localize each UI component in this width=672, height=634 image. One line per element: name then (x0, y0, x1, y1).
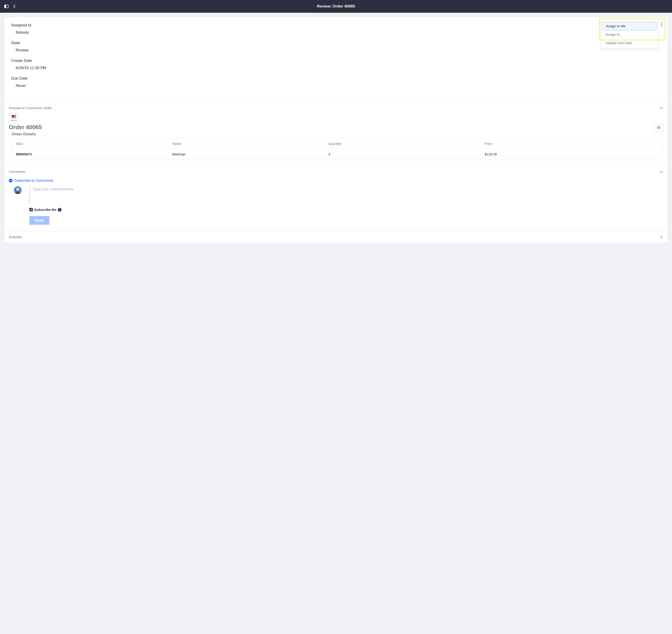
menu-item-assign-to[interactable]: Assign to... (601, 30, 657, 39)
preview-section-title: Preview of Commerce Order (9, 106, 52, 110)
comment-compose: Subscribe Me ? Reply (14, 186, 663, 225)
preview-body: en-us Order 40065 Order Details (4, 114, 668, 166)
order-heading: Order 40065 (9, 124, 42, 130)
check-circle-icon (9, 179, 13, 182)
create-date-label: Create Date (11, 58, 661, 63)
chevron-right-icon (659, 235, 663, 239)
help-icon[interactable]: ? (58, 208, 62, 212)
main-card: Assigned to Nobody State Review Create D… (4, 17, 668, 243)
comments-body: Subscribe to Comments Subscribe Me ? Rep… (4, 177, 668, 231)
activities-section-header[interactable]: Activities (4, 231, 668, 243)
svg-point-2 (658, 127, 659, 128)
assigned-to-value: Nobody (11, 30, 661, 35)
cell-sku: MIN00673 (12, 149, 168, 159)
order-title-row: Order 40065 (9, 124, 663, 132)
locale-badge[interactable]: en-us (9, 114, 19, 123)
field-assigned-to: Assigned to Nobody (11, 23, 661, 35)
details-section: Assigned to Nobody State Review Create D… (4, 17, 668, 102)
cell-quantity: 2 (324, 149, 481, 159)
comments-section-title: Comments (9, 170, 25, 174)
field-create-date: Create Date 8/26/19 11:30 PM (11, 58, 661, 70)
col-price: Price (481, 139, 663, 149)
state-label: State (11, 41, 661, 45)
preview-view-button[interactable] (654, 124, 663, 132)
eye-icon (656, 126, 661, 130)
page-title: Review: Order 40065 (317, 4, 355, 9)
subscribe-me-checkbox[interactable] (29, 208, 33, 211)
back-icon[interactable] (13, 4, 16, 8)
flag-us-icon (11, 115, 16, 118)
order-details-heading: Order Details (11, 132, 663, 137)
kebab-menu-button[interactable] (659, 22, 665, 27)
comments-section-header[interactable]: Comments (4, 166, 668, 177)
topbar: Review: Order 40065 (0, 0, 672, 13)
topbar-left (4, 4, 16, 9)
reply-button[interactable]: Reply (29, 216, 49, 225)
cell-name: Bearings (168, 149, 324, 159)
create-date-value: 8/26/19 11:30 PM (11, 66, 661, 70)
col-quantity: Quantity (324, 139, 481, 149)
activities-section-title: Activities (9, 235, 22, 239)
col-name: Name (168, 139, 324, 149)
comment-input[interactable] (29, 186, 663, 204)
menu-item-assign-to-me[interactable]: Assign to Me (602, 22, 656, 30)
panel-toggle-icon[interactable] (4, 4, 9, 9)
avatar (14, 186, 22, 194)
subscribe-to-comments-link[interactable]: Subscribe to Comments (9, 178, 663, 183)
page-body: Assigned to Nobody State Review Create D… (0, 13, 672, 247)
table-row: MIN00673 Bearings 2 $126.00 (12, 149, 663, 159)
chevron-down-icon (659, 106, 663, 110)
preview-section-header[interactable]: Preview of Commerce Order (4, 102, 668, 114)
order-table: SKU Name Quantity Price MIN00673 Bearing… (11, 138, 663, 160)
due-date-value: Never (11, 83, 661, 88)
field-state: State Review (11, 41, 661, 52)
cell-price: $126.00 (481, 149, 663, 159)
subscribe-link-label: Subscribe to Comments (14, 178, 53, 183)
locale-label: en-us (11, 119, 17, 121)
subscribe-me-label: Subscribe Me (34, 208, 56, 212)
actions-area: Assign to Me Assign to... Update Due Dat… (601, 20, 665, 49)
col-sku: SKU (12, 139, 168, 149)
menu-item-update-due-date[interactable]: Update Due Date (601, 39, 657, 47)
subscribe-me-row: Subscribe Me ? (29, 208, 663, 212)
field-due-date: Due Date Never (11, 76, 661, 88)
state-value: Review (11, 48, 661, 52)
actions-dropdown: Assign to Me Assign to... Update Due Dat… (601, 20, 658, 49)
chevron-down-icon (659, 170, 663, 174)
assigned-to-label: Assigned to (11, 23, 661, 27)
order-table-header-row: SKU Name Quantity Price (12, 139, 663, 149)
svg-rect-1 (4, 5, 6, 8)
due-date-label: Due Date (11, 76, 661, 81)
